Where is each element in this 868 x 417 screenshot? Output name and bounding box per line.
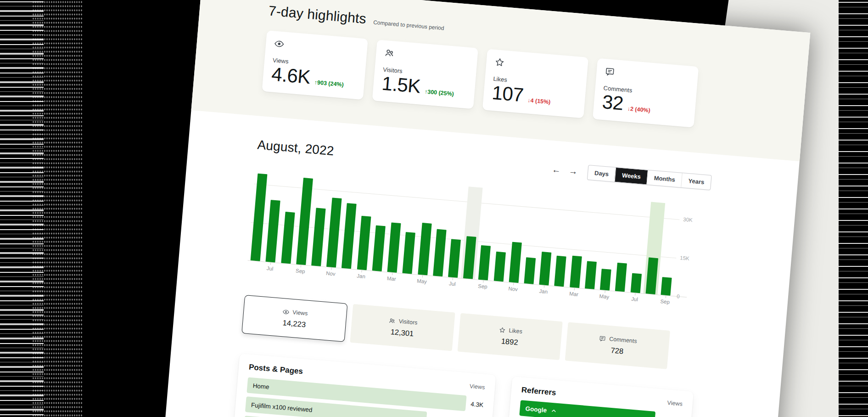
highlights-subtitle: Compared to previous period — [373, 19, 444, 32]
highlight-card-delta: ↓4 (15%) — [527, 97, 551, 107]
chart-bars: JulSepNovJanMarMayJulSepNovJanMarMayJulS… — [248, 169, 681, 296]
x-tick-label: Sep — [478, 283, 487, 290]
period-title: August, 2022 — [257, 137, 335, 158]
views-bar-chart: 30K 15K 0 JulSepNovJanMarMayJulSepNovJan… — [246, 169, 709, 313]
star-icon — [498, 326, 506, 333]
comment-icon — [605, 66, 616, 77]
x-tick-label: Jul — [631, 296, 638, 302]
eye-icon — [282, 308, 290, 316]
highlight-card-comments[interactable]: Comments32↓2 (40%) — [593, 58, 699, 128]
prev-period-arrow-icon[interactable]: ← — [552, 165, 561, 175]
x-tick-mark — [361, 270, 362, 272]
summary-tab-value: 12,301 — [390, 327, 414, 338]
range-tabs: DaysWeeksMonthsYears — [587, 165, 712, 190]
chart-bar[interactable] — [661, 277, 672, 296]
highlight-card-value: 4.6K — [271, 64, 311, 87]
star-icon — [494, 57, 505, 68]
highlight-card-likes[interactable]: Likes107↓4 (15%) — [482, 49, 588, 118]
x-tick-label: Jul — [448, 281, 456, 287]
highlight-card-delta: ↑300 (25%) — [424, 88, 454, 99]
x-tick-mark — [301, 265, 301, 267]
x-tick-mark — [605, 291, 605, 293]
people-icon — [384, 48, 395, 59]
x-tick-label: Jul — [266, 265, 274, 271]
summary-tab-head: Comments — [599, 335, 637, 345]
summary-tab-label: Comments — [609, 336, 637, 344]
x-tick-label: Sep — [660, 299, 670, 305]
x-tick-mark — [392, 273, 392, 275]
chevron-up-icon[interactable] — [550, 407, 557, 414]
highlight-card-value: 32 — [601, 92, 624, 113]
glitch-noise-left — [0, 0, 96, 417]
x-tick-mark — [331, 268, 331, 270]
x-tick-label: Mar — [569, 291, 579, 297]
range-tab-days[interactable]: Days — [588, 165, 616, 182]
x-tick-label: Jan — [539, 288, 548, 295]
y-tick-15k: 15K — [680, 255, 705, 262]
period-nav: ← → — [552, 165, 578, 176]
people-icon — [388, 317, 396, 324]
x-tick-mark — [483, 281, 483, 283]
comment-icon — [599, 335, 606, 342]
chart-controls: ← → DaysWeeksMonthsYears — [551, 162, 712, 190]
y-tick-30k: 30K — [683, 217, 708, 224]
range-tab-months[interactable]: Months — [647, 170, 683, 187]
posts-views-column-header: Views — [470, 383, 485, 391]
referrers-panel: Referrers Views Google6.2K — [505, 377, 694, 417]
range-tab-years[interactable]: Years — [681, 173, 711, 190]
summary-tab-label: Likes — [509, 327, 522, 335]
y-tick-0: 0 — [677, 293, 702, 301]
summary-tab-value: 728 — [610, 346, 624, 355]
summary-tab-visitors[interactable]: Visitors12,301 — [350, 304, 455, 351]
x-tick-label: Jan — [357, 273, 365, 280]
x-tick-mark — [574, 288, 575, 290]
x-tick-label: Nov — [326, 270, 336, 277]
x-tick-mark — [635, 293, 635, 295]
summary-tab-value: 1892 — [501, 337, 518, 347]
x-tick-label: Mar — [387, 276, 397, 282]
x-tick-label: May — [417, 278, 427, 284]
x-tick-mark — [544, 286, 544, 288]
summary-tab-likes[interactable]: Likes1892 — [458, 313, 563, 360]
x-tick-mark — [270, 263, 271, 265]
summary-tab-comments[interactable]: Comments728 — [565, 322, 670, 369]
x-tick-label: Nov — [508, 286, 518, 292]
referrers-title: Referrers — [521, 385, 556, 397]
highlights-section: 7-day highlights Compared to previous pe… — [191, 0, 810, 161]
stats-page: 7-day highlights Compared to previous pe… — [151, 0, 811, 417]
range-tab-weeks[interactable]: Weeks — [615, 168, 648, 185]
eye-icon — [274, 39, 285, 50]
highlights-title: 7-day highlights — [268, 3, 367, 27]
referrers-views-column-header: Views — [667, 400, 683, 407]
x-tick-mark — [422, 275, 423, 277]
posts-pages-panel: Posts & Pages Views Home4.3KFujifilm x10… — [232, 354, 496, 417]
summary-tab-head: Views — [282, 308, 308, 317]
highlight-card-value: 1.5K — [381, 74, 421, 96]
chart-bar[interactable] — [600, 269, 611, 291]
x-tick-mark — [513, 283, 514, 285]
highlight-card-visitors[interactable]: Visitors1.5K↑300 (25%) — [372, 39, 478, 109]
highlight-card-views[interactable]: Views4.6K↑903 (24%) — [262, 30, 368, 100]
x-tick-mark — [453, 278, 453, 280]
summary-tab-label: Visitors — [398, 318, 418, 326]
post-row-views: 4.3K — [470, 400, 484, 408]
posts-pages-title: Posts & Pages — [248, 363, 303, 377]
highlight-card-value: 107 — [491, 83, 524, 105]
highlight-card-delta: ↓2 (40%) — [627, 106, 650, 116]
x-tick-label: May — [599, 293, 610, 300]
summary-tab-head: Likes — [498, 326, 522, 335]
summary-tab-value: 14,223 — [282, 318, 306, 329]
main-section: August, 2022 ← → DaysWeeksMonthsYears 30… — [164, 131, 798, 417]
summary-tab-label: Views — [292, 309, 308, 317]
referrer-row-label: Google — [525, 405, 547, 414]
x-tick-label: Sep — [296, 268, 305, 274]
x-tick-mark — [665, 296, 666, 298]
glitch-noise-right — [839, 0, 868, 417]
highlight-card-delta: ↑903 (24%) — [314, 79, 344, 90]
chart-bar[interactable] — [630, 273, 641, 293]
summary-tabs: Views14,223Visitors12,301Likes1892Commen… — [241, 295, 670, 369]
next-period-arrow-icon[interactable]: → — [569, 166, 578, 176]
summary-tab-views[interactable]: Views14,223 — [241, 295, 347, 342]
summary-tab-head: Visitors — [388, 317, 418, 326]
